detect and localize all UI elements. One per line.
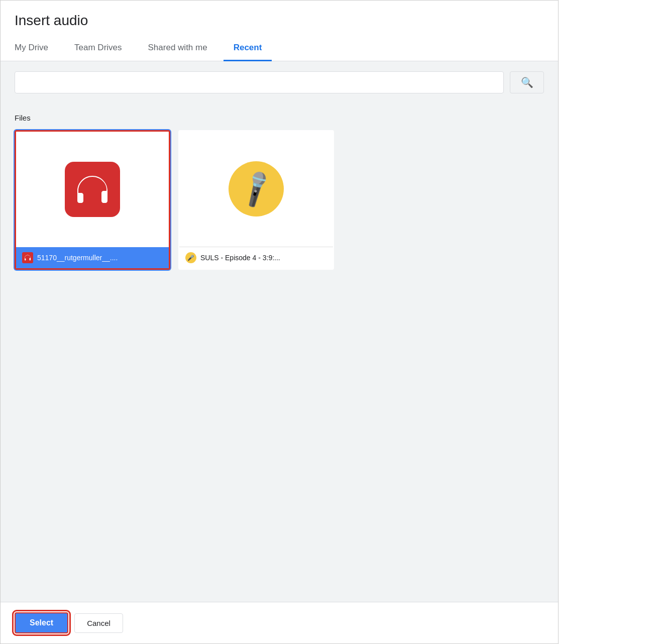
tab-team-drives[interactable]: Team Drives	[64, 37, 132, 61]
footer: Select Cancel	[1, 602, 558, 643]
search-input[interactable]	[15, 71, 504, 93]
file-card-1[interactable]: 51170__rutgermuller__....	[15, 130, 170, 270]
dialog: Insert audio My Drive Team Drives Shared…	[0, 0, 559, 644]
microphone-icon: 🎤	[235, 167, 278, 210]
files-label: Files	[15, 114, 544, 122]
headphone-svg	[75, 174, 110, 204]
select-button[interactable]: Select	[15, 612, 68, 633]
file-label-bar-1: 51170__rutgermuller__....	[16, 247, 169, 268]
audio-red-icon	[65, 162, 120, 217]
file-icon-svg-1	[24, 254, 31, 261]
tab-my-drive[interactable]: My Drive	[15, 37, 58, 61]
file-type-icon-1	[22, 252, 33, 263]
search-button[interactable]: 🔍	[510, 71, 544, 93]
tab-shared-with-me[interactable]: Shared with me	[138, 37, 217, 61]
file-type-icon-2: 🎤	[185, 252, 196, 263]
dialog-title: Insert audio	[1, 1, 558, 37]
search-area: 🔍	[1, 61, 558, 103]
file-card-2[interactable]: 🎤 🎤 SULS - Episode 4 - 3:9:...	[178, 130, 334, 270]
mic-circle-icon: 🎤	[229, 161, 284, 217]
mic-label-icon: 🎤	[187, 255, 194, 261]
file-label-bar-2: 🎤 SULS - Episode 4 - 3:9:...	[179, 247, 333, 268]
file-name-1: 51170__rutgermuller__....	[37, 254, 163, 262]
cancel-button[interactable]: Cancel	[74, 613, 123, 633]
file-thumb-1	[16, 132, 169, 247]
file-name-2: SULS - Episode 4 - 3:9:...	[200, 254, 327, 262]
content-area: Files	[1, 103, 558, 602]
tab-recent[interactable]: Recent	[224, 37, 272, 61]
file-thumb-2: 🎤	[179, 131, 333, 247]
search-icon: 🔍	[521, 76, 533, 88]
files-grid: 51170__rutgermuller__.... 🎤 🎤 SULS - Epi…	[15, 130, 544, 270]
tabs-bar: My Drive Team Drives Shared with me Rece…	[1, 37, 558, 61]
